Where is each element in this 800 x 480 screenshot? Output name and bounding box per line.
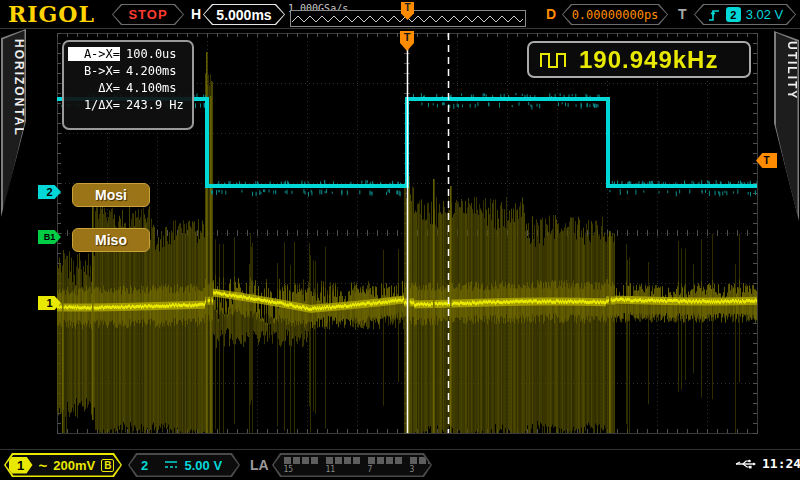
trigger-label: T <box>678 6 687 22</box>
cursor-dx-value: 4.100ms <box>126 81 177 95</box>
delay-label: D <box>546 6 556 22</box>
la-status-block[interactable]: 151173 <box>272 453 432 477</box>
digital-channel-square <box>386 457 393 464</box>
cursor-ax-value: 100.0us <box>126 47 177 61</box>
square-wave-icon <box>539 50 569 70</box>
bandwidth-limit-icon: B <box>101 459 114 472</box>
clock-area: 11:24 <box>735 456 800 471</box>
cursor-measurement-box[interactable]: A->X= 100.0us B->X= 4.200ms ΔX= 4.100ms … <box>62 40 194 130</box>
digital-channel-square <box>302 457 309 464</box>
trigger-source-badge: 2 <box>726 7 741 22</box>
la-group-number: 7 <box>368 465 402 474</box>
trigger-level-value: 3.02 V <box>746 7 784 22</box>
digital-channel-square <box>419 457 426 464</box>
digital-channel-square <box>335 457 342 464</box>
la-channel-indicators: 151173 <box>284 457 444 474</box>
delay-field[interactable]: 0.00000000ps <box>562 4 668 25</box>
digital-channel-square <box>428 457 435 464</box>
top-status-bar: RIGOL STOP H 5.000ms 1.000GSa/s 70.0M pt… <box>0 0 800 29</box>
digital-channel-square <box>353 457 360 464</box>
timebase-value: 5.000ms <box>216 7 271 23</box>
digital-channel-square <box>410 457 417 464</box>
ch1-status-block[interactable]: 1 ~ 200mV B <box>4 453 122 477</box>
cursor-row-inv-dx: 1/ΔX= 243.9 Hz <box>68 96 188 113</box>
digital-channel-square <box>311 457 318 464</box>
digital-channel-square <box>344 457 351 464</box>
la-group: 3 <box>410 457 444 474</box>
cursor-inv-dx-value: 243.9 Hz <box>126 98 184 112</box>
run-state-button[interactable]: STOP <box>112 4 184 25</box>
ch1-badge: 1 <box>9 457 33 474</box>
tab-horizontal-label: HORIZONTAL <box>1 39 26 137</box>
cursor-ax-label: A->X= <box>68 47 120 61</box>
horizontal-scale-label: H <box>191 6 201 22</box>
la-group-number: 11 <box>326 465 360 474</box>
frequency-counter: 190.949kHz <box>527 41 751 78</box>
ch1-scale: 200mV <box>53 458 95 473</box>
la-group: 11 <box>326 457 360 474</box>
bus-miso-label: Miso <box>72 228 150 252</box>
la-group: 7 <box>368 457 402 474</box>
digital-channel-square <box>395 457 402 464</box>
tab-utility-label: UTILITY <box>774 41 799 100</box>
ch2-scale: 5.00 V <box>185 458 223 473</box>
cursor-bx-value: 4.200ms <box>126 64 177 78</box>
digital-channel-square <box>368 457 375 464</box>
cursor-row-ax: A->X= 100.0us <box>68 45 188 62</box>
la-group: 15 <box>284 457 318 474</box>
digital-channel-square <box>437 457 444 464</box>
ch2-status-block[interactable]: 2 5.00 V <box>128 453 240 477</box>
bottom-status-bar: 1 ~ 200mV B 2 5.00 V LA 151173 <box>0 449 800 480</box>
frequency-value: 190.949kHz <box>579 46 718 74</box>
bus-mosi-label: Mosi <box>72 183 150 207</box>
cursor-dx-label: ΔX= <box>68 81 120 95</box>
digital-channel-square <box>326 457 333 464</box>
usb-icon <box>735 458 757 470</box>
cursor-bx-label: B->X= <box>68 64 120 78</box>
rigol-logo: RIGOL <box>8 1 95 27</box>
la-group-number: 3 <box>410 465 444 474</box>
timebase-field[interactable]: 5.000ms <box>203 4 285 25</box>
trigger-field[interactable]: 2 3.02 V <box>694 4 796 25</box>
la-group-number: 15 <box>284 465 318 474</box>
cursor-row-bx: B->X= 4.200ms <box>68 62 188 79</box>
ch2-badge: 2 <box>133 457 157 474</box>
la-label: LA <box>250 457 269 473</box>
cursor-inv-dx-label: 1/ΔX= <box>68 98 120 112</box>
dc-coupling-icon <box>163 460 179 470</box>
rising-edge-icon <box>707 8 721 22</box>
digital-channel-square <box>293 457 300 464</box>
ac-coupling-icon: ~ <box>39 457 48 474</box>
delay-value: 0.00000000ps <box>572 8 659 22</box>
digital-channel-square <box>377 457 384 464</box>
cursor-row-dx: ΔX= 4.100ms <box>68 79 188 96</box>
clock-value: 11:24 <box>762 456 800 471</box>
oscilloscope-screen: RIGOL STOP H 5.000ms 1.000GSa/s 70.0M pt… <box>0 0 800 480</box>
run-state-label: STOP <box>128 7 167 22</box>
digital-channel-square <box>284 457 291 464</box>
